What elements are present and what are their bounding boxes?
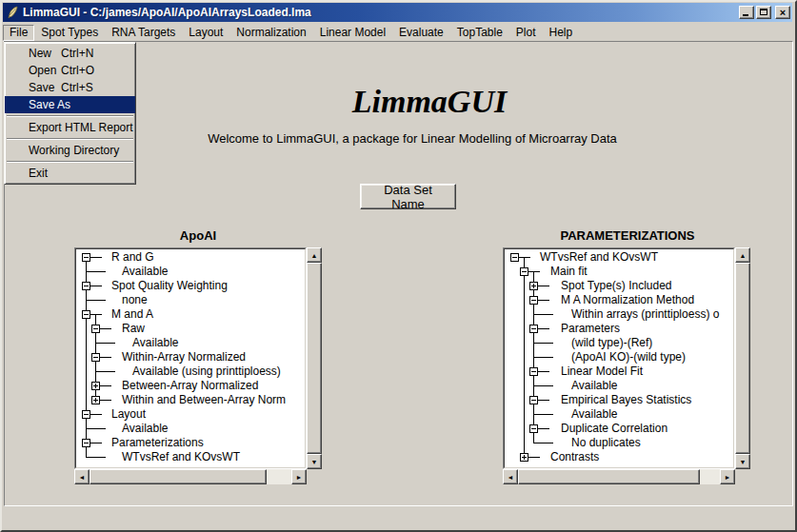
- tree-label: Parameters: [561, 322, 620, 335]
- scrollbar-thumb[interactable]: [90, 469, 267, 484]
- menu-rna-targets[interactable]: RNA Targets: [105, 25, 182, 41]
- minus-expand-icon[interactable]: [529, 396, 538, 404]
- minus-expand-icon[interactable]: [529, 325, 538, 333]
- minus-expand-icon[interactable]: [82, 282, 90, 290]
- tree-connector-line: [86, 457, 106, 458]
- tree-node[interactable]: Within-Array Normalized: [76, 350, 305, 365]
- scroll-right-arrow-icon[interactable]: ►: [720, 469, 735, 484]
- menu-spot-types[interactable]: Spot Types: [34, 25, 105, 41]
- scrollbar-thumb[interactable]: [307, 263, 322, 454]
- tree-connector-line: [538, 428, 549, 429]
- tree-node[interactable]: M and A: [76, 307, 305, 322]
- scroll-right-arrow-icon[interactable]: ►: [291, 469, 307, 484]
- tree-leaf[interactable]: (wild type)-(Ref): [505, 336, 733, 350]
- tree-leaf[interactable]: No duplicates: [505, 436, 733, 450]
- tree-node[interactable]: M A Normalization Method: [505, 293, 733, 307]
- tree-connector-line: [86, 379, 87, 393]
- tree-connector-line: [90, 314, 102, 315]
- tree-label: (ApoAI KO)-(wild type): [571, 350, 686, 364]
- minus-expand-icon[interactable]: [82, 253, 90, 262]
- scroll-down-arrow-icon[interactable]: ▼: [307, 454, 322, 469]
- tree-node[interactable]: Duplicate Correlation: [505, 422, 733, 436]
- file-menu-item-save[interactable]: Save Ctrl+S: [5, 79, 135, 96]
- scroll-left-arrow-icon[interactable]: ◄: [74, 469, 90, 484]
- scroll-up-arrow-icon[interactable]: ▲: [735, 247, 750, 263]
- tree-node[interactable]: Linear Model Fit: [505, 365, 733, 379]
- tree-node[interactable]: Main fit: [505, 265, 733, 279]
- tree-leaf[interactable]: Available: [505, 379, 733, 393]
- scrollbar-thumb[interactable]: [735, 263, 750, 454]
- minus-expand-icon[interactable]: [82, 410, 90, 419]
- tree-leaf[interactable]: none: [76, 293, 305, 307]
- menu-normalization[interactable]: Normalization: [229, 25, 312, 41]
- file-menu-item-new[interactable]: New Ctrl+N: [5, 45, 135, 62]
- menu-separator: [7, 115, 133, 117]
- tree-leaf[interactable]: Available: [505, 407, 733, 422]
- plus-expand-icon[interactable]: [520, 453, 528, 462]
- tree-label: Available: [132, 336, 178, 349]
- scrollbar-thumb[interactable]: [518, 469, 700, 484]
- tree-leaf[interactable]: Available: [76, 422, 305, 436]
- menu-file[interactable]: File: [3, 25, 34, 41]
- menu-help[interactable]: Help: [543, 25, 580, 41]
- tree-node[interactable]: Parameters: [505, 322, 733, 336]
- tree-node[interactable]: Spot Quality Weighting: [76, 279, 305, 293]
- tree-node[interactable]: Empirical Bayes Statistics: [505, 393, 733, 407]
- tree-connector-line: [524, 436, 525, 450]
- file-menu-item-open[interactable]: Open Ctrl+O: [5, 62, 135, 79]
- horizontal-scrollbar[interactable]: ◄ ►: [74, 469, 307, 484]
- tree-node[interactable]: Parameterizations: [76, 436, 305, 450]
- menu-evaluate[interactable]: Evaluate: [392, 25, 450, 41]
- plus-expand-icon[interactable]: [529, 282, 538, 290]
- tree-node[interactable]: Contrasts: [505, 450, 733, 464]
- menu-toptable[interactable]: TopTable: [450, 25, 509, 41]
- minus-expand-icon[interactable]: [82, 439, 90, 447]
- minus-expand-icon[interactable]: [529, 367, 538, 376]
- tree-connector-line: [95, 371, 115, 372]
- menu-linear-model[interactable]: Linear Model: [313, 25, 392, 41]
- scroll-left-arrow-icon[interactable]: ◄: [503, 469, 518, 484]
- minus-expand-icon[interactable]: [529, 296, 538, 305]
- titlebar[interactable]: LimmaGUI - C:/james/ApoAI/ApoAIArraysLoa…: [3, 3, 792, 22]
- tree-leaf[interactable]: Available: [76, 265, 305, 279]
- tree-node[interactable]: WTvsRef and KOvsWT: [505, 250, 733, 265]
- tree-leaf[interactable]: Within arrays (printtiploess) o: [505, 307, 733, 322]
- tree-label: none: [122, 293, 148, 306]
- tree-node[interactable]: Between-Array Normalized: [76, 379, 305, 393]
- tree-label: Main fit: [550, 265, 588, 278]
- vertical-scrollbar[interactable]: ▲ ▼: [735, 247, 750, 469]
- minus-expand-icon[interactable]: [91, 353, 100, 362]
- file-menu-item-export-html-report[interactable]: Export HTML Report: [5, 119, 135, 136]
- maximize-button[interactable]: [756, 6, 771, 19]
- file-menu-item-exit[interactable]: Exit: [5, 165, 135, 182]
- tree-node[interactable]: R and G: [76, 250, 305, 265]
- minus-expand-icon[interactable]: [529, 424, 538, 433]
- menu-plot[interactable]: Plot: [509, 25, 543, 41]
- tree-label: WTvsRef and KOvsWT: [540, 250, 658, 264]
- plus-expand-icon[interactable]: [91, 382, 100, 390]
- tree-leaf[interactable]: Available (using printtiploess): [76, 365, 305, 379]
- tree-leaf[interactable]: WTvsRef and KOvsWT: [76, 450, 305, 464]
- minus-expand-icon[interactable]: [91, 325, 100, 333]
- minimize-button[interactable]: [739, 6, 754, 19]
- tree-node[interactable]: Layout: [76, 407, 305, 422]
- tree-connector-line: [524, 350, 525, 365]
- minus-expand-icon[interactable]: [82, 310, 90, 319]
- tree-leaf[interactable]: (ApoAI KO)-(wild type): [505, 350, 733, 365]
- close-button[interactable]: ×: [775, 6, 790, 19]
- plus-expand-icon[interactable]: [91, 396, 100, 404]
- menu-layout[interactable]: Layout: [182, 25, 229, 41]
- minus-expand-icon[interactable]: [520, 267, 528, 276]
- horizontal-scrollbar[interactable]: ◄ ►: [503, 469, 735, 484]
- tree-leaf[interactable]: Available: [76, 336, 305, 350]
- file-menu-item-working-directory[interactable]: Working Directory: [5, 142, 135, 159]
- vertical-scrollbar[interactable]: ▲ ▼: [307, 247, 322, 469]
- scroll-up-arrow-icon[interactable]: ▲: [307, 247, 322, 263]
- scroll-down-arrow-icon[interactable]: ▼: [735, 454, 750, 469]
- tree-node[interactable]: Spot Type(s) Included: [505, 279, 733, 293]
- data-set-name-button[interactable]: Data Set Name: [360, 184, 456, 209]
- tree-node[interactable]: Raw: [76, 322, 305, 336]
- minus-expand-icon[interactable]: [510, 253, 519, 262]
- file-menu-item-save-as[interactable]: Save As: [5, 96, 135, 113]
- tree-node[interactable]: Within and Between-Array Norm: [76, 393, 305, 407]
